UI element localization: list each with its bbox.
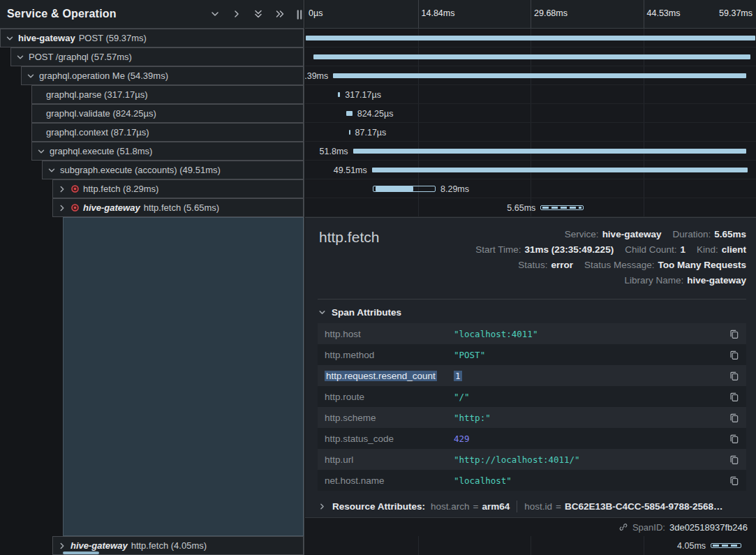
tree-row[interactable]: graphql.context (87.17µs) xyxy=(31,123,304,142)
copy-value-button[interactable] xyxy=(729,392,739,402)
tree-row[interactable]: http.fetch (8.29ms) xyxy=(52,179,304,198)
chevron-right-icon xyxy=(57,203,67,213)
resource-attributes-items: host.arch=arm64host.id=BC62E13B-C4CC-585… xyxy=(431,501,723,512)
resource-attributes-section-header[interactable]: Resource Attributes: host.arch=arm64host… xyxy=(318,496,746,517)
timeline-row[interactable]: 54.39ms xyxy=(305,66,756,85)
chevron-right-icon xyxy=(57,541,67,551)
span-id-value: 3de02518937fb246 xyxy=(669,522,748,533)
pause-handle-icon xyxy=(293,8,306,21)
collapse-all-button[interactable] xyxy=(253,8,264,20)
copy-icon xyxy=(729,475,739,486)
timeline-rows: 54.39ms317.17µs824.25µs87.17µs51.8ms49.5… xyxy=(305,29,756,217)
meta-value: client xyxy=(722,244,746,255)
span-bar xyxy=(333,73,746,78)
attribute-key: http.request.resend_count xyxy=(325,371,454,381)
timeline-row[interactable]: 824.25µs xyxy=(305,104,756,123)
copy-icon xyxy=(729,413,739,423)
span-service-name: hive-gateway xyxy=(18,33,75,43)
copy-value-button[interactable] xyxy=(729,434,739,444)
attribute-value: "http://localhost:4011/" xyxy=(454,454,722,465)
span-label: graphql.execute (51.8ms) xyxy=(50,146,152,156)
timeline-row[interactable] xyxy=(305,29,756,47)
tree-row[interactable]: subgraph.execute (accounts) (49.51ms) xyxy=(42,161,304,179)
tree-row[interactable]: graphql.parse (317.17µs) xyxy=(31,85,304,104)
ruler-tick-label: 44.53ms xyxy=(647,8,681,18)
timeline-row[interactable]: 317.17µs xyxy=(305,85,756,104)
attribute-value: 429 xyxy=(454,434,722,444)
panel-resize-handle-icon[interactable] xyxy=(293,8,306,21)
attribute-row[interactable]: http.url"http://localhost:4011/" xyxy=(318,449,746,470)
trace-viewer: Service & Operation hive-gatewayPOST (59… xyxy=(0,0,756,555)
span-bar xyxy=(711,543,741,548)
detail-divider xyxy=(318,299,746,299)
tree-row[interactable]: graphql.execute (51.8ms) xyxy=(31,142,304,161)
duration-label: 317.17µs xyxy=(345,90,381,100)
expand-one-icon xyxy=(231,8,242,20)
copy-value-button[interactable] xyxy=(729,350,739,360)
duration-label: 51.8ms xyxy=(320,147,348,156)
timeline-row[interactable]: 51.8ms xyxy=(305,142,756,161)
attribute-row[interactable]: http.method"POST" xyxy=(318,344,746,365)
timeline-row[interactable] xyxy=(305,47,756,66)
meta-label: Child Count: xyxy=(625,244,676,255)
ruler-tick-label: 29.68ms xyxy=(534,8,568,18)
copy-value-button[interactable] xyxy=(729,475,739,486)
tree-row[interactable]: graphql.operation Me (54.39ms) xyxy=(21,66,304,85)
span-label: http.fetch (5.65ms) xyxy=(144,202,219,213)
span-id-bar: SpanID: 3de02518937fb246 xyxy=(305,517,756,536)
chevron-right-icon xyxy=(57,184,67,194)
meta-value: Too Many Requests xyxy=(658,260,746,270)
duration-label: 54.39ms xyxy=(305,71,328,81)
timeline-row[interactable]: 8.29ms xyxy=(305,179,756,198)
duration-label: 49.51ms xyxy=(334,165,367,175)
meta-label: Service: xyxy=(565,229,599,239)
error-icon xyxy=(71,184,80,193)
timeline-row[interactable]: 4.05ms xyxy=(305,536,756,555)
collapse-one-button[interactable] xyxy=(209,8,221,20)
span-meta: Service:hive-gatewayDuration:5.65msStart… xyxy=(475,227,746,288)
duration-label: 4.05ms xyxy=(677,541,706,551)
horizontal-scrollbar-thumb[interactable] xyxy=(63,552,99,554)
tree-controls xyxy=(209,8,297,20)
expand-all-button[interactable] xyxy=(274,8,286,20)
span-label: graphql.validate (824.25µs) xyxy=(46,108,156,119)
duration-label: 8.29ms xyxy=(440,184,469,194)
attribute-row[interactable]: http.host"localhost:4011" xyxy=(318,323,746,344)
duration-label: 824.25µs xyxy=(357,109,394,119)
attribute-row[interactable]: http.request.resend_count1 xyxy=(318,365,746,386)
meta-label: Status Message: xyxy=(584,260,655,270)
span-bar xyxy=(306,36,755,40)
timeline-row[interactable]: 87.17µs xyxy=(305,123,756,142)
copy-value-button[interactable] xyxy=(729,371,739,381)
attribute-row[interactable]: http.route"/" xyxy=(318,386,746,407)
meta-value: 1 xyxy=(680,244,685,255)
copy-value-button[interactable] xyxy=(729,329,739,339)
copy-value-button[interactable] xyxy=(729,413,739,423)
tree-row[interactable]: hive-gatewayPOST (59.37ms) xyxy=(0,29,304,47)
span-label: POST (59.37ms) xyxy=(79,33,147,43)
span-label: graphql.operation Me (54.39ms) xyxy=(39,71,168,81)
copy-value-button[interactable] xyxy=(729,454,739,465)
ruler-tick xyxy=(531,0,531,28)
span-attributes-section-header[interactable]: Span Attributes xyxy=(318,307,401,318)
tree-row[interactable]: POST /graphql (57.57ms) xyxy=(10,47,304,66)
meta-label: Kind: xyxy=(697,244,718,255)
meta-value: error xyxy=(551,260,573,270)
attribute-value: "localhost:4011" xyxy=(454,329,722,339)
selected-span-region[interactable] xyxy=(63,217,304,536)
resource-attribute: host.arch=arm64 xyxy=(431,501,510,512)
span-label: http.fetch (8.29ms) xyxy=(83,184,158,194)
timeline-row[interactable]: 49.51ms xyxy=(305,161,756,179)
timeline-row[interactable]: 5.65ms xyxy=(305,198,756,217)
tree-row[interactable]: graphql.validate (824.25µs) xyxy=(31,104,304,123)
span-label: POST /graphql (57.57ms) xyxy=(29,52,132,62)
tree-row[interactable]: hive-gatewayhttp.fetch (5.65ms) xyxy=(52,198,304,217)
attribute-row[interactable]: http.status_code429 xyxy=(318,428,746,449)
expand-one-button[interactable] xyxy=(231,8,242,20)
attribute-row[interactable]: net.host.name"localhost" xyxy=(318,470,746,491)
span-tree-panel: Service & Operation hive-gatewayPOST (59… xyxy=(0,0,304,555)
copy-icon xyxy=(729,454,739,465)
meta-line: Status:errorStatus Message:Too Many Requ… xyxy=(475,258,746,273)
attribute-row[interactable]: http.scheme"http:" xyxy=(318,407,746,428)
copy-icon xyxy=(729,434,739,444)
